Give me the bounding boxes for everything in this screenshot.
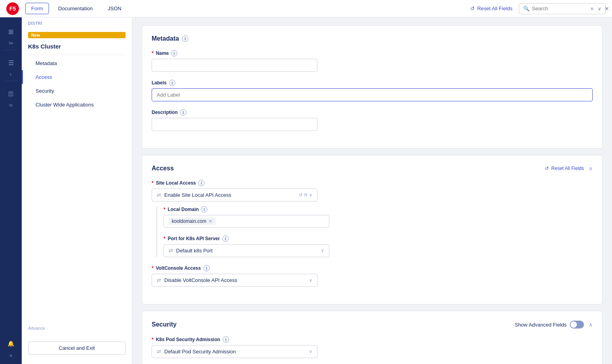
security-collapse-icon[interactable]: ∧ bbox=[589, 321, 593, 328]
port-select[interactable]: ⇄ Default k8s Port ∨ bbox=[163, 244, 329, 257]
labels-label: Labels ℹ bbox=[152, 80, 593, 86]
access-reset-label: Reset All Fields bbox=[551, 166, 584, 171]
sidebar-icon-bell[interactable]: 🔔 bbox=[3, 336, 19, 351]
local-domain-group: * Local Domain ℹ kooldomain.com ✕ bbox=[163, 206, 593, 228]
k8s-pod-security-group: * K8s Pod Security Admission ℹ ⇄ Default… bbox=[152, 336, 593, 358]
topbar: F5 Form Documentation JSON ↺ Reset All F… bbox=[0, 0, 612, 17]
k8s-pod-chevron-btn[interactable]: ∨ bbox=[309, 349, 312, 354]
show-advanced-wrap: Show Advanced Fields bbox=[514, 321, 584, 329]
sidebar-mid-group: ☰ L bbox=[3, 55, 19, 76]
reset-icon: ↺ bbox=[470, 6, 475, 11]
name-field-group: * Name ℹ bbox=[152, 50, 593, 72]
sidebar-icon-grid[interactable]: ⊞ bbox=[3, 24, 19, 39]
local-domain-tag-close[interactable]: ✕ bbox=[208, 218, 212, 224]
select-chevron-btn[interactable]: ∨ bbox=[309, 192, 312, 198]
local-domain-info-icon[interactable]: ℹ bbox=[201, 206, 207, 213]
shuffle-icon: ⇄ bbox=[157, 192, 161, 198]
voltconsole-select[interactable]: ⇄ Disable VoltConsole API Access ∨ bbox=[152, 274, 317, 287]
toggle-knob bbox=[571, 321, 577, 328]
sidebar-separator-2 bbox=[5, 81, 17, 81]
search-prev-button[interactable]: ∧ bbox=[589, 5, 595, 12]
access-collapse-icon[interactable]: ∧ bbox=[589, 165, 593, 172]
sidebar-icon-key[interactable]: ⚿ bbox=[3, 86, 19, 102]
local-domain-tag: kooldomain.com ✕ bbox=[169, 218, 216, 225]
cancel-btn-wrap: Cancel and Exit bbox=[22, 332, 132, 364]
sidebar-icon-l[interactable]: ☰ bbox=[3, 55, 19, 71]
site-local-access-select[interactable]: ⇄ Enable Site Local API Access ↺ ⟳ ∨ bbox=[152, 189, 317, 202]
port-shuffle-icon: ⇄ bbox=[169, 248, 173, 254]
voltconsole-label: * VoltConsole Access ℹ bbox=[152, 265, 593, 271]
nested-local-domain: * Local Domain ℹ kooldomain.com ✕ bbox=[156, 206, 593, 257]
cancel-and-exit-button[interactable]: Cancel and Exit bbox=[28, 342, 126, 355]
metadata-info-icon[interactable]: ℹ bbox=[182, 35, 188, 42]
left-sidebar: ⊞ Se ☰ L ⚿ M 🔔 N bbox=[0, 17, 22, 364]
voltconsole-access-group: * VoltConsole Access ℹ ⇄ Disable VoltCon… bbox=[152, 265, 593, 287]
search-next-button[interactable]: ∨ bbox=[597, 5, 602, 12]
port-label: * Port for K8s API Server ℹ bbox=[163, 235, 593, 242]
sidebar-top-group: ⊞ Se bbox=[3, 24, 19, 45]
sidebar-separator bbox=[5, 50, 17, 50]
voltconsole-info-icon[interactable]: ℹ bbox=[203, 265, 210, 271]
select-refresh2-btn[interactable]: ⟳ bbox=[304, 192, 308, 198]
sidebar-label-l: L bbox=[10, 72, 12, 76]
access-section: Access ↺ Reset All Fields ∧ * Site Local… bbox=[142, 155, 603, 304]
security-section-header: Security Show Advanced Fields ∧ bbox=[152, 321, 593, 329]
advanced-label: Advance bbox=[22, 323, 132, 332]
site-local-access-label: * Site Local Access ℹ bbox=[152, 180, 593, 186]
labels-field-group: Labels ℹ bbox=[152, 80, 593, 101]
security-section: Security Show Advanced Fields ∧ * K8s bbox=[142, 311, 603, 364]
sidebar-label-n: N bbox=[9, 354, 12, 358]
name-input[interactable] bbox=[152, 59, 317, 72]
k8s-pod-select[interactable]: ⇄ Default Pod Security Admission ∨ bbox=[152, 345, 317, 358]
tab-documentation[interactable]: Documentation bbox=[52, 3, 98, 14]
layout: ⊞ Se ☰ L ⚿ M 🔔 N Distri New K8s Cluster … bbox=[0, 17, 612, 364]
labels-input[interactable] bbox=[152, 88, 593, 101]
k8s-pod-shuffle-icon: ⇄ bbox=[157, 349, 161, 355]
name-info-icon[interactable]: ℹ bbox=[171, 50, 177, 56]
port-field-group: * Port for K8s API Server ℹ ⇄ Default k8… bbox=[163, 235, 593, 257]
reset-all-button[interactable]: ↺ Reset All Fields bbox=[467, 4, 516, 13]
port-chevron-btn[interactable]: ∨ bbox=[321, 248, 324, 253]
nav-link-cluster-wide[interactable]: Cluster Wide Applications bbox=[22, 98, 132, 112]
site-local-info-icon[interactable]: ℹ bbox=[198, 180, 205, 186]
show-advanced-label: Show Advanced Fields bbox=[514, 322, 567, 328]
description-field-group: Description ℹ bbox=[152, 109, 593, 131]
nav-section-label: Distri bbox=[22, 17, 132, 27]
sidebar-key-group: ⚿ M bbox=[3, 86, 19, 107]
labels-info-icon[interactable]: ℹ bbox=[169, 80, 175, 86]
new-badge: New bbox=[28, 32, 126, 38]
name-label: * Name ℹ bbox=[152, 50, 593, 56]
sidebar-label-m: M bbox=[9, 103, 13, 107]
main-content: Metadata ℹ * Name ℹ Labels ℹ bbox=[132, 17, 612, 364]
security-title: Security bbox=[152, 321, 176, 328]
reset-all-label: Reset All Fields bbox=[477, 6, 513, 11]
local-domain-label: * Local Domain ℹ bbox=[163, 206, 593, 213]
logo: F5 bbox=[6, 2, 19, 15]
port-info-icon[interactable]: ℹ bbox=[222, 235, 229, 242]
nav-entries: Metadata Access Security Cluster Wide Ap… bbox=[22, 55, 132, 115]
description-info-icon[interactable]: ℹ bbox=[180, 109, 186, 116]
nav-link-security[interactable]: Security bbox=[22, 84, 132, 98]
metadata-title: Metadata ℹ bbox=[152, 35, 593, 42]
select-refresh1-btn[interactable]: ↺ bbox=[299, 192, 302, 198]
search-close-button[interactable]: ✕ bbox=[604, 6, 609, 12]
access-section-header: Access ↺ Reset All Fields ∧ bbox=[152, 165, 593, 172]
show-advanced-toggle[interactable] bbox=[570, 321, 584, 329]
description-label: Description ℹ bbox=[152, 109, 593, 116]
search-input[interactable] bbox=[532, 6, 587, 11]
sidebar-label-se: Se bbox=[9, 41, 13, 45]
description-input[interactable] bbox=[152, 118, 317, 131]
sidebar-bottom-group: 🔔 N bbox=[3, 336, 19, 364]
tab-json[interactable]: JSON bbox=[102, 3, 128, 14]
nav-link-access[interactable]: Access bbox=[22, 70, 132, 84]
tab-form[interactable]: Form bbox=[25, 3, 49, 14]
nav-link-metadata[interactable]: Metadata bbox=[22, 56, 132, 70]
local-domain-input-wrap[interactable]: kooldomain.com ✕ bbox=[163, 215, 329, 228]
nav-item-title: K8s Cluster bbox=[22, 41, 132, 54]
access-title: Access bbox=[152, 165, 174, 172]
k8s-pod-info-icon[interactable]: ℹ bbox=[223, 336, 229, 343]
voltconsole-chevron-btn[interactable]: ∨ bbox=[309, 278, 312, 283]
search-box: 🔍 ∧ ∨ ✕ bbox=[519, 3, 606, 14]
access-reset-button[interactable]: ↺ Reset All Fields bbox=[545, 166, 584, 171]
metadata-section: Metadata ℹ * Name ℹ Labels ℹ bbox=[142, 25, 603, 149]
